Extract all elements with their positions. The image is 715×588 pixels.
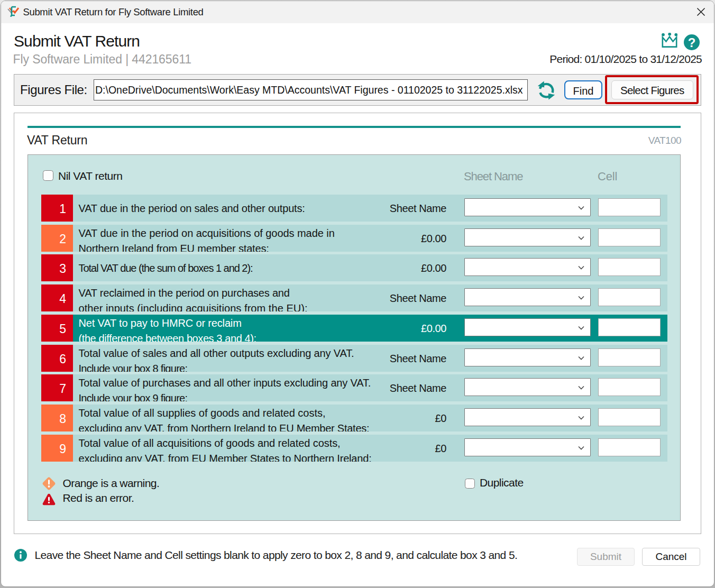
svg-text:?: ?: [688, 35, 695, 50]
